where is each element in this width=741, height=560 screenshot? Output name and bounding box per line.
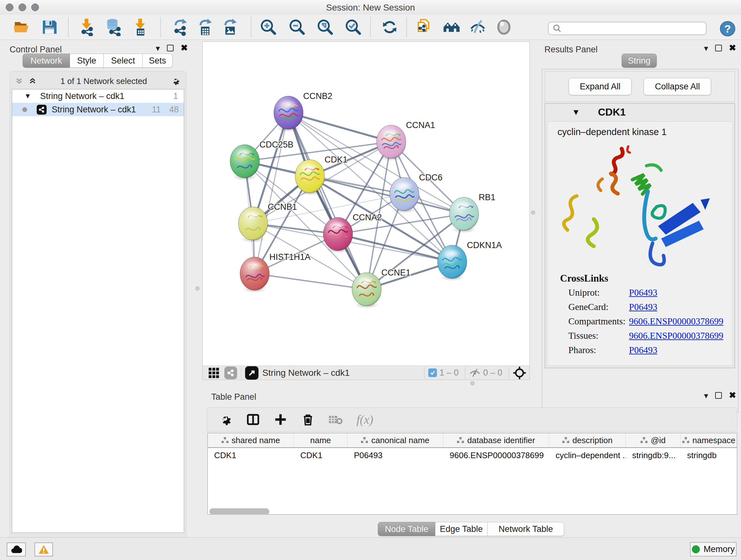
network-collection-row[interactable]: ▼ String Network – cdk1 1 bbox=[12, 89, 184, 103]
network-collection-count: 1 bbox=[173, 91, 178, 101]
zoom-selected-icon[interactable] bbox=[344, 18, 362, 36]
table-toolbar: f(x) bbox=[207, 408, 737, 432]
table-tabs: Node Table Edge Table Network Table bbox=[378, 522, 564, 536]
network-row-selected[interactable]: String Network – cdk1 11 48 bbox=[12, 103, 184, 116]
node-label: CCNA1 bbox=[406, 120, 435, 130]
crosslink-link[interactable]: 9606.ENSP00000378699 bbox=[629, 330, 724, 341]
warning-icon bbox=[38, 545, 49, 554]
string-documents-icon[interactable] bbox=[414, 18, 432, 36]
cloud-icon bbox=[10, 545, 22, 554]
table-options-gear-icon[interactable] bbox=[219, 413, 232, 427]
control-panel: Control Panel ▾ ✖ Network Style Select S… bbox=[3, 42, 190, 535]
crosslink-link[interactable]: 9606.ENSP00000378699 bbox=[629, 316, 724, 327]
show-columns-icon[interactable] bbox=[246, 413, 260, 427]
table-panel-collapse-icon[interactable]: ▾ bbox=[704, 392, 708, 399]
crosslink-link[interactable]: P06493 bbox=[629, 345, 657, 355]
delete-column-icon[interactable] bbox=[301, 413, 315, 427]
selected-nodes-checkbox[interactable] bbox=[428, 368, 437, 377]
crosslink-label: Pharos: bbox=[568, 345, 629, 355]
tab-network-table[interactable]: Network Table bbox=[488, 522, 564, 536]
network-view: CCNB2CCNA1CDC25BCDK1CDC6RB1CCNB1CCNA2CDK… bbox=[202, 42, 530, 380]
tab-sets[interactable]: Sets bbox=[143, 54, 173, 68]
import-table-icon[interactable] bbox=[131, 18, 149, 36]
network-canvas-svg[interactable]: CCNB2CCNA1CDC25BCDK1CDC6RB1CCNB1CCNA2CDK… bbox=[203, 42, 529, 366]
horizontal-splitter-grip[interactable] bbox=[470, 381, 475, 385]
birdseye-navigator-icon[interactable] bbox=[513, 366, 526, 380]
tab-select[interactable]: Select bbox=[104, 54, 143, 68]
crosslink-label: Uniprot: bbox=[568, 287, 629, 298]
tab-edge-table[interactable]: Edge Table bbox=[435, 522, 488, 536]
tab-network[interactable]: Network bbox=[23, 54, 70, 68]
column-header[interactable]: canonical name bbox=[347, 433, 443, 447]
control-panel-float-icon[interactable] bbox=[167, 45, 174, 51]
crosslink-row: Pharos: P06493 bbox=[547, 343, 732, 357]
export-image-icon[interactable] bbox=[221, 18, 239, 36]
control-panel-collapse-icon[interactable]: ▾ bbox=[156, 45, 160, 51]
hide-panel-eye-icon[interactable] bbox=[469, 18, 487, 36]
string-view-icon[interactable] bbox=[224, 367, 237, 379]
node-label: RB1 bbox=[479, 192, 495, 202]
network-node-count: 11 bbox=[152, 105, 161, 115]
node-label: HIST1H1A bbox=[269, 252, 311, 262]
network-row-label: String Network – cdk1 bbox=[52, 105, 136, 115]
add-column-icon[interactable] bbox=[273, 413, 287, 427]
zoom-in-icon[interactable] bbox=[259, 18, 277, 36]
node-label: CDC25B bbox=[259, 140, 293, 149]
tree-expand-icon[interactable]: ▼ bbox=[24, 92, 31, 100]
network-selection-status: 1 of 1 Network selected bbox=[37, 76, 170, 86]
entry-collapse-icon[interactable]: ▼ bbox=[572, 107, 580, 117]
hidden-counter: 0 – 0 bbox=[483, 368, 502, 378]
show-panel-lens-icon[interactable] bbox=[495, 18, 513, 36]
node-label: CCNE1 bbox=[381, 268, 411, 277]
tab-style[interactable]: Style bbox=[70, 54, 104, 68]
node-label: CDC6 bbox=[419, 173, 443, 182]
tab-node-table[interactable]: Node Table bbox=[378, 522, 435, 536]
expand-all-button[interactable]: Expand All bbox=[569, 78, 632, 95]
left-splitter-grip[interactable] bbox=[195, 287, 199, 291]
right-splitter-grip[interactable] bbox=[531, 210, 535, 214]
cloud-status-button[interactable] bbox=[7, 543, 26, 557]
table-panel-float-icon[interactable] bbox=[715, 392, 722, 399]
collapse-all-button[interactable]: Collapse All bbox=[644, 78, 711, 95]
results-panel-close-icon[interactable]: ✖ bbox=[729, 45, 736, 51]
grid-view-icon[interactable] bbox=[208, 367, 220, 379]
home-networks-icon[interactable] bbox=[443, 18, 461, 36]
memory-button[interactable]: Memory bbox=[690, 542, 737, 557]
crosslinks-title: CrossLinks bbox=[547, 269, 732, 286]
control-panel-tabs: Network Style Select Sets bbox=[23, 54, 173, 68]
export-table-icon[interactable] bbox=[196, 18, 214, 36]
open-in-new-window-icon[interactable] bbox=[245, 366, 259, 380]
save-session-icon[interactable] bbox=[41, 18, 58, 36]
table-row[interactable]: CDK1 CDK1 P06493 9606.ENSP00000378699 cy… bbox=[208, 448, 737, 462]
zoom-fit-icon[interactable] bbox=[316, 18, 334, 36]
results-panel-collapse-icon[interactable]: ▾ bbox=[704, 45, 708, 51]
column-header[interactable]: namespace bbox=[681, 433, 737, 447]
export-network-icon[interactable] bbox=[172, 18, 189, 36]
search-field[interactable] bbox=[548, 22, 706, 35]
import-network-file-icon[interactable] bbox=[77, 18, 95, 36]
search-input[interactable] bbox=[564, 23, 706, 34]
column-header[interactable]: name bbox=[294, 433, 347, 447]
network-edge-count: 48 bbox=[169, 105, 179, 115]
control-panel-close-icon[interactable]: ✖ bbox=[181, 45, 188, 51]
open-session-icon[interactable] bbox=[12, 18, 30, 36]
tab-string-results[interactable]: String bbox=[622, 54, 657, 68]
crosslink-link[interactable]: P06493 bbox=[629, 287, 657, 298]
help-button[interactable]: ? bbox=[720, 21, 735, 37]
table-horizontal-scrollbar[interactable] bbox=[209, 508, 269, 515]
column-header[interactable]: @id bbox=[626, 433, 681, 447]
warnings-button[interactable] bbox=[35, 543, 53, 557]
column-header[interactable]: description bbox=[549, 433, 626, 447]
refresh-icon[interactable] bbox=[381, 18, 399, 36]
table-panel-close-icon[interactable]: ✖ bbox=[729, 392, 736, 399]
network-list-options-gear-icon[interactable] bbox=[170, 76, 181, 86]
import-network-database-icon[interactable] bbox=[105, 18, 122, 36]
results-panel-float-icon[interactable] bbox=[715, 45, 722, 51]
column-header[interactable]: database identifier bbox=[443, 433, 549, 447]
zoom-out-icon[interactable] bbox=[288, 18, 306, 36]
collapse-all-networks-icon[interactable] bbox=[14, 76, 24, 86]
expand-all-networks-icon[interactable] bbox=[28, 76, 37, 86]
crosslink-link[interactable]: P06493 bbox=[629, 302, 657, 312]
column-header[interactable]: shared name bbox=[208, 433, 294, 447]
cdk1-entry-header[interactable]: ▼ CDK1 bbox=[545, 104, 735, 121]
